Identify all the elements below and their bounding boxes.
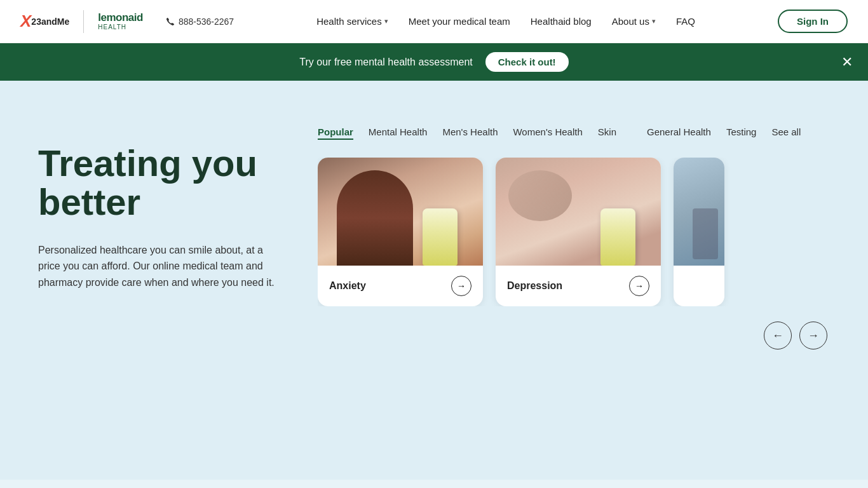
card-anxiety-image xyxy=(318,158,483,266)
lemonaid-main-text: lemonaid xyxy=(98,12,143,24)
promo-banner: Try our free mental health assessment Ch… xyxy=(0,43,868,81)
chevron-down-icon: ▾ xyxy=(384,17,388,25)
ed-person-graphic xyxy=(693,208,718,259)
nav-arrows: ← → xyxy=(318,322,830,349)
navbar: X 23andMe lemonaid Health 888-536-2267 H… xyxy=(0,0,868,43)
banner-text: Try our free mental health assessment xyxy=(299,57,472,68)
prev-arrow-button[interactable]: ← xyxy=(764,322,792,349)
logo-x-icon: X xyxy=(20,11,31,31)
nav-health-services[interactable]: Health services ▾ xyxy=(316,16,388,27)
card-ed-image xyxy=(674,158,724,266)
depression-hand-graphic xyxy=(508,170,572,221)
cat-tab-mens-health[interactable]: Men's Health xyxy=(442,125,498,140)
card-anxiety-label: Anxiety xyxy=(329,280,366,292)
chevron-left-icon: ← xyxy=(772,329,783,342)
navbar-left: X 23andMe lemonaid Health 888-536-2267 xyxy=(20,10,234,33)
hero-description: Personalized healthcare you can smile ab… xyxy=(38,242,280,291)
navbar-right: Sign In xyxy=(778,10,848,33)
cards-wrapper: Anxiety → Depression → xyxy=(318,158,830,306)
chevron-down-icon-2: ▾ xyxy=(652,17,656,25)
arrow-right-icon: → xyxy=(457,281,466,291)
cat-tab-popular[interactable]: Popular xyxy=(318,125,353,140)
banner-close-button[interactable]: ✕ xyxy=(841,55,853,69)
close-icon: ✕ xyxy=(841,54,853,70)
phone-number[interactable]: 888-536-2267 xyxy=(166,17,234,27)
nav-faq[interactable]: FAQ xyxy=(676,16,695,27)
card-depression-footer: Depression → xyxy=(496,266,661,306)
hero-right: Popular Mental Health Men's Health Women… xyxy=(318,119,830,349)
cat-tab-womens-health[interactable]: Women's Health xyxy=(513,125,582,140)
cat-tab-see-all[interactable]: See all xyxy=(771,125,801,140)
category-tabs: Popular Mental Health Men's Health Women… xyxy=(318,119,830,140)
card-anxiety: Anxiety → xyxy=(318,158,483,306)
cards-row: Anxiety → Depression → xyxy=(318,158,830,306)
card-anxiety-footer: Anxiety → xyxy=(318,266,483,306)
card-depression: Depression → xyxy=(496,158,661,306)
hero-title: Treating you better xyxy=(38,144,280,222)
logo-23andme[interactable]: X 23andMe xyxy=(20,11,69,31)
nav-about-us[interactable]: About us ▾ xyxy=(612,16,656,27)
lemonaid-sub-text: Health xyxy=(98,24,143,30)
card-depression-arrow[interactable]: → xyxy=(629,276,649,296)
chevron-right-icon: → xyxy=(808,329,819,342)
nav-meet-team[interactable]: Meet your medical team xyxy=(409,16,510,27)
anxiety-person-graphic xyxy=(337,170,413,266)
cat-tab-testing[interactable]: Testing xyxy=(726,125,757,140)
hero-left: Treating you better Personalized healthc… xyxy=(38,119,280,291)
card-ed xyxy=(674,158,724,306)
logo-lemonaid[interactable]: lemonaid Health xyxy=(98,12,143,31)
cat-tab-mental-health[interactable]: Mental Health xyxy=(369,125,428,140)
signin-button[interactable]: Sign In xyxy=(778,10,848,33)
phone-icon xyxy=(166,17,175,26)
cat-tab-skin[interactable]: Skin xyxy=(598,125,616,140)
logo-divider xyxy=(83,10,84,33)
cat-tab-general-health[interactable]: General Health xyxy=(647,125,711,140)
arrow-right-icon-2: → xyxy=(635,281,644,291)
navbar-center: Health services ▾ Meet your medical team… xyxy=(316,16,695,27)
phone-text: 888-536-2267 xyxy=(179,17,234,27)
next-arrow-button[interactable]: → xyxy=(799,322,827,349)
banner-cta-button[interactable]: Check it out! xyxy=(485,52,569,72)
card-depression-label: Depression xyxy=(507,280,562,292)
card-anxiety-arrow[interactable]: → xyxy=(451,276,471,296)
logo-23text: 23andMe xyxy=(31,17,69,27)
nav-healthaid-blog[interactable]: Healthaid blog xyxy=(531,16,592,27)
card-depression-image xyxy=(496,158,661,266)
hero-section: Treating you better Personalized healthc… xyxy=(0,81,868,480)
